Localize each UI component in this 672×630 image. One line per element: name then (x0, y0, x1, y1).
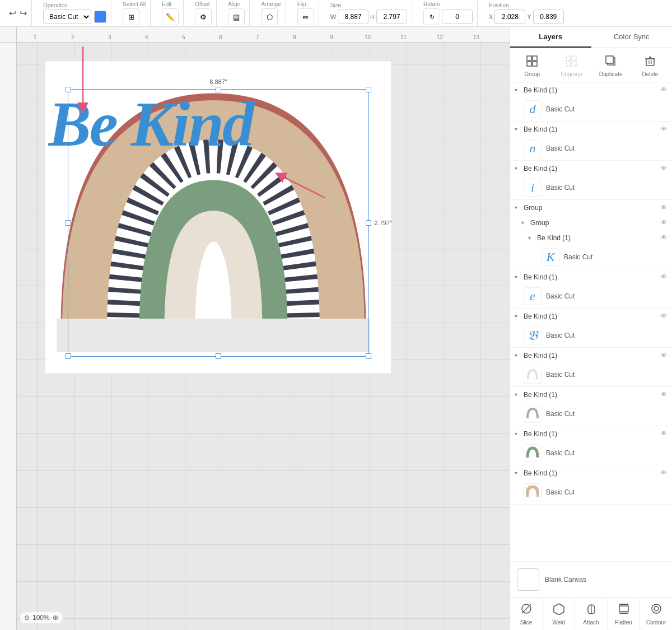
eye-icon-2[interactable]: 👁 (660, 125, 668, 133)
eye-icon-9[interactable]: 👁 (660, 430, 668, 438)
contour-action[interactable]: Contour (640, 598, 672, 630)
color-swatch[interactable] (94, 11, 106, 23)
zoom-plus-icon[interactable]: ⊕ (53, 614, 58, 622)
position-x-input[interactable] (494, 10, 525, 24)
handle-bottom-left[interactable] (66, 353, 71, 359)
svg-rect-4 (527, 56, 531, 60)
tab-layers[interactable]: Layers (510, 27, 591, 48)
layer-name-3: Be Kind (1) (524, 165, 658, 172)
layer-header-6[interactable]: ▾ Be Kind (1) 👁 (510, 309, 672, 324)
eye-icon-group[interactable]: 👁 (660, 203, 668, 212)
eye-icon-bekind-inner[interactable]: 👁 (660, 234, 668, 242)
layer-item-8[interactable]: Basic Cut (510, 402, 672, 426)
handle-bottom-mid[interactable] (216, 353, 221, 359)
layer-item-6[interactable]: 𝔅 Basic Cut (510, 324, 672, 347)
layer-group-5: ▾ Be Kind (1) 👁 e Basic Cut (510, 269, 672, 309)
zoom-minus-icon[interactable]: ⊖ (24, 614, 30, 622)
layer-thumbnail-6: 𝔅 (524, 326, 542, 344)
select-all-button[interactable]: ⊞ (123, 8, 139, 25)
weld-action[interactable]: Weld (543, 598, 575, 630)
layer-item-3[interactable]: i Basic Cut (510, 176, 672, 199)
svg-rect-8 (566, 56, 571, 60)
arrange-button[interactable]: ⬡ (261, 8, 278, 25)
dimension-height-label: 2.797" (375, 220, 392, 226)
be-kind-text: Be Kind (48, 92, 356, 156)
rotate-input[interactable] (442, 10, 473, 24)
layer-header-bekind-inner[interactable]: ▾ Be Kind (1) 👁 (510, 230, 672, 245)
layer-item-1[interactable]: d Basic Cut (510, 97, 672, 121)
flatten-action[interactable]: Flatten (608, 598, 640, 630)
eye-icon-3[interactable]: 👁 (660, 164, 668, 172)
position-y-input[interactable] (533, 10, 564, 24)
align-button[interactable]: ▤ (228, 8, 245, 25)
eye-icon-6[interactable]: 👁 (660, 312, 668, 320)
size-h-input[interactable] (376, 10, 407, 24)
operation-select[interactable]: Basic Cut (43, 10, 91, 24)
duplicate-action[interactable]: Duplicate (594, 53, 628, 77)
eye-icon-8[interactable]: 👁 (660, 390, 668, 399)
svg-point-25 (652, 604, 661, 613)
layer-item-name-10: Basic Cut (546, 488, 575, 496)
layer-item-9[interactable]: Basic Cut (510, 441, 672, 465)
layer-header-2[interactable]: ▾ Be Kind (1) 👁 (510, 122, 672, 137)
operation-section: Operation Basic Cut (39, 0, 111, 26)
layer-header-5[interactable]: ▾ Be Kind (1) 👁 (510, 269, 672, 284)
flip-button[interactable]: ⇔ (297, 8, 314, 25)
arrange-section: Arrange ⬡ (256, 0, 286, 26)
panel-actions: Group Ungroup Duplicate Delete (510, 48, 672, 82)
chevron-group: ▾ (515, 204, 521, 211)
layer-thumbnail-k: K (542, 248, 559, 266)
layer-header-subgroup[interactable]: ▾ Group 👁 (510, 215, 672, 230)
layer-thumbnail-9 (524, 444, 542, 462)
ungroup-action[interactable]: Ungroup (554, 53, 589, 77)
layer-header-3[interactable]: ▾ Be Kind (1) 👁 (510, 161, 672, 176)
layer-header-1[interactable]: ▾ Be Kind (1) 👁 (510, 82, 672, 97)
zoom-indicator: ⊖ 100% ⊕ (20, 612, 63, 623)
chevron-2: ▾ (515, 126, 521, 132)
group-action[interactable]: Group (515, 53, 549, 77)
layer-item-k[interactable]: K Basic Cut (510, 245, 672, 269)
attach-action[interactable]: Attach (575, 598, 608, 630)
layer-item-name-7: Basic Cut (546, 371, 575, 379)
delete-icon (642, 53, 659, 69)
layer-header-group[interactable]: ▾ Group 👁 (510, 200, 672, 215)
size-label: Size (330, 2, 341, 8)
redo-button[interactable]: ↪ (20, 8, 27, 18)
eye-icon-10[interactable]: 👁 (660, 469, 668, 477)
edit-button[interactable]: ✏️ (162, 8, 179, 25)
edit-section: Edit ✏️ (157, 0, 184, 26)
eye-icon-7[interactable]: 👁 (660, 351, 668, 360)
layer-header-7[interactable]: ▾ Be Kind (1) 👁 (510, 348, 672, 363)
delete-action[interactable]: Delete (633, 53, 668, 77)
slice-action[interactable]: Slice (510, 598, 543, 630)
layer-header-9[interactable]: ▾ Be Kind (1) 👁 (510, 426, 672, 441)
handle-bottom-right[interactable] (366, 353, 371, 359)
size-w-label: W (330, 13, 336, 20)
layer-item-2[interactable]: n Basic Cut (510, 137, 672, 160)
eye-icon-1[interactable]: 👁 (660, 86, 668, 94)
offset-button[interactable]: ⚙ (195, 8, 212, 25)
undo-redo-section: ↩ ↪ (4, 0, 32, 26)
chevron-3: ▾ (515, 165, 521, 171)
layer-item-7[interactable]: Basic Cut (510, 363, 672, 386)
layer-item-name-8: Basic Cut (546, 410, 575, 418)
layer-group-3: ▾ Be Kind (1) 👁 i Basic Cut (510, 161, 672, 200)
eye-icon-subgroup[interactable]: 👁 (660, 218, 668, 227)
eye-icon-5[interactable]: 👁 (660, 273, 668, 281)
layer-name-8: Be Kind (1) (524, 391, 658, 399)
layer-header-8[interactable]: ▾ Be Kind (1) 👁 (510, 387, 672, 402)
layer-group-4: ▾ Group 👁 ▾ Group 👁 ▾ Be Kind (1) 👁 K (510, 200, 672, 269)
canvas-area[interactable]: 1 2 3 4 5 6 7 8 9 10 11 12 13 (0, 27, 510, 630)
size-w-input[interactable] (338, 10, 368, 24)
attach-label: Attach (583, 619, 599, 626)
layer-item-10[interactable]: Basic Cut (510, 480, 672, 504)
layer-header-10[interactable]: ▾ Be Kind (1) 👁 (510, 465, 672, 480)
offset-section: Offset ⚙ (190, 0, 217, 26)
layer-item-5[interactable]: e Basic Cut (510, 284, 672, 308)
layer-thumbnail-2: n (524, 139, 542, 157)
layer-name-bekind-inner: Be Kind (1) (537, 234, 658, 242)
size-section: Size W H (326, 0, 412, 26)
tab-color-sync[interactable]: Color Sync (591, 27, 673, 48)
undo-button[interactable]: ↩ (9, 8, 16, 18)
blank-canvas-swatch[interactable] (517, 568, 539, 591)
